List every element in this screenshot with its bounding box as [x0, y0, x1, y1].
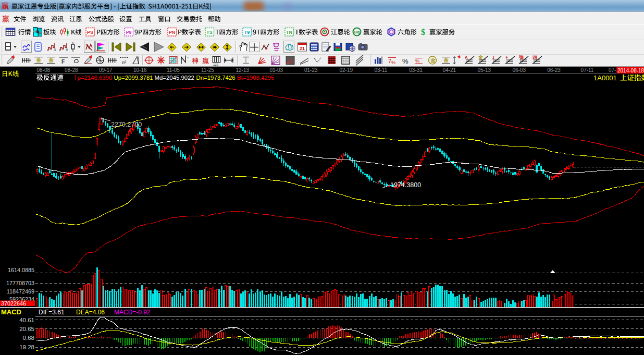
svg-text:Big: Big [354, 30, 360, 34]
svg-text:Md=2045.9022: Md=2045.9022 [155, 75, 194, 81]
svg-text:0.68: 0.68 [23, 335, 34, 341]
svg-text:Bt=1908.4295: Bt=1908.4295 [237, 75, 274, 81]
svg-text:MACD=-0.92: MACD=-0.92 [114, 309, 151, 316]
svg-text:06-23: 06-23 [547, 67, 561, 73]
svg-text:2014-08-18: 2014-08-18 [617, 68, 644, 74]
svg-text:3: 3 [54, 48, 56, 52]
svg-text:10-16: 10-16 [133, 67, 147, 73]
svg-text:04-21: 04-21 [443, 67, 456, 73]
svg-text:1614.0885: 1614.0885 [8, 267, 34, 273]
svg-text:118472469: 118472469 [7, 288, 34, 295]
svg-text:08-08: 08-08 [37, 67, 51, 73]
svg-text:09-17: 09-17 [99, 67, 113, 73]
svg-text:06-03: 06-03 [512, 67, 526, 73]
svg-text:$: $ [421, 28, 425, 36]
svg-text:177708703: 177708703 [6, 280, 34, 286]
svg-text:03-11: 03-11 [374, 67, 387, 73]
svg-text:PS: PS [87, 30, 93, 35]
svg-text:%: % [391, 60, 395, 65]
svg-text:08-28: 08-28 [65, 67, 78, 73]
svg-text:DIF=3.61: DIF=3.61 [39, 309, 65, 316]
svg-text:9: 9 [66, 48, 68, 52]
svg-text:%: % [415, 58, 419, 64]
svg-text:02-19: 02-19 [340, 67, 353, 73]
svg-text:DEA=4.06: DEA=4.06 [76, 309, 105, 316]
svg-text:MACD: MACD [1, 308, 21, 316]
svg-text:Tp=2146.6390: Tp=2146.6390 [74, 75, 113, 81]
svg-text:TS: TS [206, 30, 213, 35]
svg-text:01-23: 01-23 [304, 67, 318, 73]
svg-text:07-11: 07-11 [581, 67, 594, 73]
svg-text:40.61: 40.61 [19, 317, 34, 323]
svg-text:37022646: 37022646 [1, 300, 26, 307]
svg-text:T9: T9 [244, 30, 250, 35]
svg-text:1974.3800: 1974.3800 [390, 181, 421, 189]
svg-text:PN: PN [169, 30, 176, 35]
svg-text:20.65: 20.65 [19, 326, 34, 332]
svg-text:P9: P9 [126, 30, 131, 35]
svg-text:F: F [61, 59, 65, 65]
svg-text:03-31: 03-31 [409, 67, 423, 73]
svg-text:05-13: 05-13 [478, 67, 491, 73]
svg-text:11-25: 11-25 [201, 67, 214, 73]
svg-text:": " [187, 56, 189, 60]
svg-text:-19.28: -19.28 [17, 344, 34, 350]
svg-text:01-03: 01-03 [270, 67, 283, 73]
svg-text:12-13: 12-13 [236, 67, 250, 73]
svg-text:1A0001: 1A0001 [593, 74, 617, 82]
svg-text:%: % [402, 57, 408, 65]
svg-text:2270.2700: 2270.2700 [111, 121, 142, 128]
svg-text:21: 21 [300, 46, 305, 51]
svg-text:Up=2099.3781: Up=2099.3781 [114, 75, 153, 81]
svg-text:n²: n² [122, 60, 126, 65]
svg-text:123: 123 [213, 63, 219, 66]
svg-text:Dn=1973.7426: Dn=1973.7426 [196, 75, 236, 81]
svg-text:TN: TN [286, 30, 292, 35]
svg-text:11-05: 11-05 [167, 67, 180, 73]
